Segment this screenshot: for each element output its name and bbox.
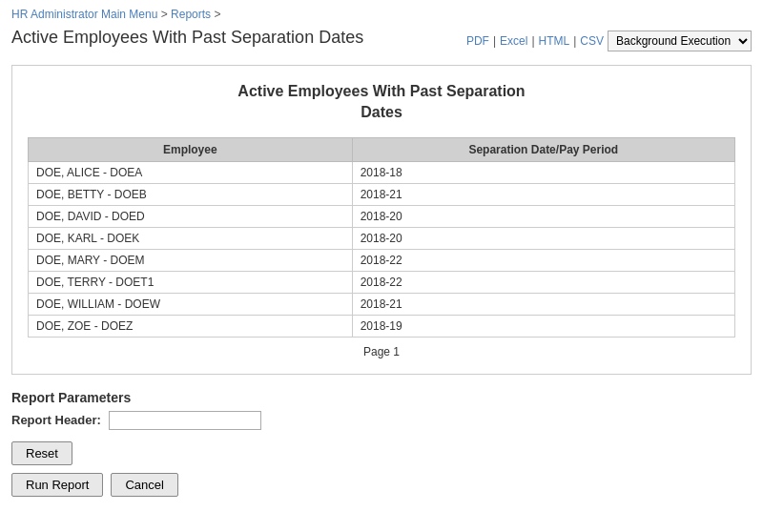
report-header-label: Report Header: [11, 413, 101, 427]
cell-employee: DOE, DAVID - DOED [29, 205, 353, 227]
page-number: Page 1 [28, 345, 735, 358]
export-sep-3: | [573, 34, 576, 48]
cell-employee: DOE, ALICE - DOEA [29, 161, 353, 183]
cell-period: 2018-20 [352, 227, 734, 249]
page-header: Active Employees With Past Separation Da… [11, 27, 752, 51]
table-row: DOE, KARL - DOEK2018-20 [29, 227, 735, 249]
reset-button[interactable]: Reset [11, 441, 72, 465]
cell-employee: DOE, BETTY - DOEB [29, 183, 353, 205]
export-sep-1: | [493, 34, 496, 48]
page-title: Active Employees With Past Separation Da… [11, 27, 363, 49]
table-row: DOE, ZOE - DOEZ2018-19 [29, 315, 735, 337]
cell-employee: DOE, MARY - DOEM [29, 249, 353, 271]
col-header-period: Separation Date/Pay Period [352, 137, 734, 161]
cell-employee: DOE, ZOE - DOEZ [29, 315, 353, 337]
breadcrumb-hr-admin[interactable]: HR Administrator Main Menu [11, 8, 157, 21]
table-row: DOE, MARY - DOEM2018-22 [29, 249, 735, 271]
report-box: Active Employees With Past Separation Da… [11, 65, 752, 375]
table-row: DOE, ALICE - DOEA2018-18 [29, 161, 735, 183]
reset-row: Reset [11, 441, 752, 465]
cell-employee: DOE, KARL - DOEK [29, 227, 353, 249]
breadcrumb-reports[interactable]: Reports [171, 8, 211, 21]
cell-period: 2018-19 [352, 315, 734, 337]
background-execution-select[interactable]: Background Execution [608, 31, 752, 51]
breadcrumb-sep1: > [161, 8, 171, 21]
col-header-employee: Employee [29, 137, 353, 161]
table-row: DOE, TERRY - DOET12018-22 [29, 271, 735, 293]
cell-period: 2018-21 [352, 293, 734, 315]
table-row: DOE, DAVID - DOED2018-20 [29, 205, 735, 227]
report-title-line2: Dates [361, 104, 402, 120]
cell-employee: DOE, WILLIAM - DOEW [29, 293, 353, 315]
report-header-input[interactable] [109, 411, 261, 430]
cell-period: 2018-18 [352, 161, 734, 183]
report-table: Employee Separation Date/Pay Period DOE,… [28, 137, 735, 338]
cell-period: 2018-22 [352, 249, 734, 271]
table-header-row: Employee Separation Date/Pay Period [29, 137, 735, 161]
cell-period: 2018-21 [352, 183, 734, 205]
cancel-button[interactable]: Cancel [111, 473, 177, 497]
cell-employee: DOE, TERRY - DOET1 [29, 271, 353, 293]
report-title-line1: Active Employees With Past Separation [237, 83, 525, 99]
report-parameters-section: Report Parameters Report Header: [11, 390, 752, 430]
action-buttons-row: Run Report Cancel [11, 473, 752, 497]
report-header-row: Report Header: [11, 411, 752, 430]
breadcrumb-sep2: > [214, 8, 220, 21]
cell-period: 2018-20 [352, 205, 734, 227]
export-excel-link[interactable]: Excel [500, 34, 527, 48]
export-area: PDF | Excel | HTML | CSV Background Exec… [466, 31, 752, 51]
params-section-title: Report Parameters [11, 390, 752, 405]
report-title: Active Employees With Past Separation Da… [28, 81, 735, 124]
run-report-button[interactable]: Run Report [11, 473, 103, 497]
export-html-link[interactable]: HTML [539, 34, 570, 48]
export-sep-2: | [531, 34, 534, 48]
export-csv-link[interactable]: CSV [580, 34, 604, 48]
cell-period: 2018-22 [352, 271, 734, 293]
table-row: DOE, WILLIAM - DOEW2018-21 [29, 293, 735, 315]
export-pdf-link[interactable]: PDF [466, 34, 489, 48]
breadcrumb: HR Administrator Main Menu > Reports > [11, 8, 752, 21]
table-row: DOE, BETTY - DOEB2018-21 [29, 183, 735, 205]
